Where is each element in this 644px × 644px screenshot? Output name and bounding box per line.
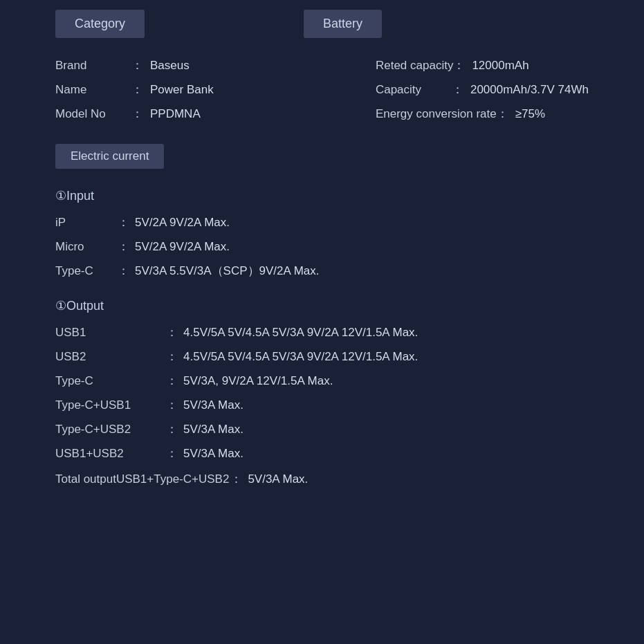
brand-row: Brand ： Baseus bbox=[55, 57, 214, 73]
energy-colon: ： bbox=[497, 106, 508, 122]
usb1-usb2-label: USB1+USB2 bbox=[55, 447, 166, 461]
capacity-value: 20000mAh/3.7V 74Wh bbox=[470, 83, 589, 97]
typec-usb1-label: Type-C+USB1 bbox=[55, 398, 166, 412]
electric-badge-label: Electric current bbox=[71, 149, 149, 163]
electric-badge: Electric current bbox=[55, 144, 164, 169]
brand-value: Baseus bbox=[150, 59, 190, 73]
total-value: 5V/3A Max. bbox=[248, 472, 308, 486]
input-title: ①Input bbox=[55, 188, 589, 203]
usb1-usb2-value: 5V/3A Max. bbox=[183, 447, 243, 461]
category-label: Category bbox=[75, 17, 125, 30]
model-label: Model No bbox=[55, 107, 131, 121]
name-label: Name bbox=[55, 83, 131, 97]
info-right: Reted capacity ： 12000mAh Capacity ： 200… bbox=[376, 57, 589, 122]
output-rows: USB1 ： 4.5V/5A 5V/4.5A 5V/3A 9V/2A 12V/1… bbox=[55, 324, 589, 461]
typec-usb2-colon: ： bbox=[166, 421, 178, 437]
energy-label: Energy conversion rate bbox=[376, 107, 497, 121]
input-row-ip: iP ： 5V/2A 9V/2A Max. bbox=[55, 214, 589, 230]
output-row-usb2: USB2 ： 4.5V/5A 5V/4.5A 5V/3A 9V/2A 12V/1… bbox=[55, 349, 589, 365]
input-row-typec: Type-C ： 5V/3A 5.5V/3A（SCP）9V/2A Max. bbox=[55, 263, 589, 279]
output-row-typec-usb1: Type-C+USB1 ： 5V/3A Max. bbox=[55, 397, 589, 413]
output-row-typec: Type-C ： 5V/3A, 9V/2A 12V/1.5A Max. bbox=[55, 373, 589, 389]
battery-badge: Battery bbox=[304, 10, 382, 38]
capacity-label: Capacity bbox=[376, 83, 452, 97]
usb1-label: USB1 bbox=[55, 326, 166, 340]
micro-value: 5V/2A 9V/2A Max. bbox=[135, 240, 230, 254]
product-info-section: Brand ： Baseus Name ： Power Bank Model N… bbox=[55, 57, 589, 122]
rated-label: Reted capacity bbox=[376, 59, 453, 73]
energy-value: ≥75% bbox=[515, 107, 545, 121]
typec-usb2-label: Type-C+USB2 bbox=[55, 423, 166, 436]
typec-input-value: 5V/3A 5.5V/3A（SCP）9V/2A Max. bbox=[135, 263, 319, 279]
typec-usb2-value: 5V/3A Max. bbox=[183, 423, 243, 436]
ip-value: 5V/2A 9V/2A Max. bbox=[135, 216, 230, 230]
model-row: Model No ： PPDMNA bbox=[55, 106, 214, 122]
electric-section: Electric current ①Input iP ： 5V/2A 9V/2A… bbox=[55, 144, 589, 487]
usb1-usb2-colon: ： bbox=[166, 445, 178, 461]
page-container: Category Battery Brand ： Baseus Name ： P… bbox=[0, 0, 644, 644]
name-value: Power Bank bbox=[150, 83, 214, 97]
output-row-usb1: USB1 ： 4.5V/5A 5V/4.5A 5V/3A 9V/2A 12V/1… bbox=[55, 324, 589, 340]
total-label: Total outputUSB1+Type-C+USB2 bbox=[55, 472, 229, 486]
usb1-colon: ： bbox=[166, 324, 178, 340]
output-title: ①Output bbox=[55, 298, 589, 313]
typec-output-label: Type-C bbox=[55, 374, 166, 388]
usb1-value: 4.5V/5A 5V/4.5A 5V/3A 9V/2A 12V/1.5A Max… bbox=[183, 326, 418, 340]
model-value: PPDMNA bbox=[150, 107, 201, 121]
ip-label: iP bbox=[55, 216, 118, 230]
typec-input-colon: ： bbox=[118, 263, 129, 279]
name-row: Name ： Power Bank bbox=[55, 82, 214, 98]
typec-input-label: Type-C bbox=[55, 264, 118, 278]
usb2-value: 4.5V/5A 5V/4.5A 5V/3A 9V/2A 12V/1.5A Max… bbox=[183, 350, 418, 364]
model-colon: ： bbox=[131, 106, 143, 122]
typec-usb1-colon: ： bbox=[166, 397, 178, 413]
total-output-row: Total outputUSB1+Type-C+USB2 ： 5V/3A Max… bbox=[55, 471, 589, 487]
input-row-micro: Micro ： 5V/2A 9V/2A Max. bbox=[55, 239, 589, 255]
rated-colon: ： bbox=[453, 57, 465, 73]
energy-row: Energy conversion rate ： ≥75% bbox=[376, 106, 589, 122]
typec-output-colon: ： bbox=[166, 373, 178, 389]
input-rows: iP ： 5V/2A 9V/2A Max. Micro ： 5V/2A 9V/2… bbox=[55, 214, 589, 279]
typec-usb1-value: 5V/3A Max. bbox=[183, 398, 243, 412]
ip-colon: ： bbox=[118, 214, 129, 230]
brand-colon: ： bbox=[131, 57, 143, 73]
category-badge: Category bbox=[55, 10, 145, 38]
battery-label: Battery bbox=[323, 17, 362, 30]
usb2-colon: ： bbox=[166, 349, 178, 365]
capacity-colon: ： bbox=[452, 82, 463, 98]
micro-colon: ： bbox=[118, 239, 129, 255]
capacity-row: Capacity ： 20000mAh/3.7V 74Wh bbox=[376, 82, 589, 98]
name-colon: ： bbox=[131, 82, 143, 98]
output-row-usb1-usb2: USB1+USB2 ： 5V/3A Max. bbox=[55, 445, 589, 461]
rated-row: Reted capacity ： 12000mAh bbox=[376, 57, 589, 73]
typec-output-value: 5V/3A, 9V/2A 12V/1.5A Max. bbox=[183, 374, 333, 388]
header-row: Category Battery bbox=[55, 10, 589, 38]
micro-label: Micro bbox=[55, 240, 118, 254]
info-left: Brand ： Baseus Name ： Power Bank Model N… bbox=[55, 57, 214, 122]
total-colon: ： bbox=[230, 471, 242, 487]
usb2-label: USB2 bbox=[55, 350, 166, 364]
output-row-typec-usb2: Type-C+USB2 ： 5V/3A Max. bbox=[55, 421, 589, 437]
brand-label: Brand bbox=[55, 59, 131, 73]
rated-value: 12000mAh bbox=[472, 59, 528, 73]
